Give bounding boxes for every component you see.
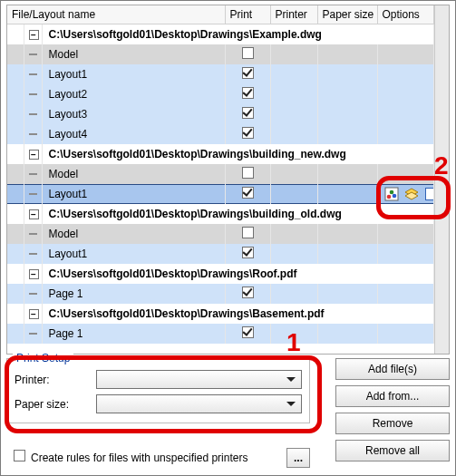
printer-cell[interactable] (270, 84, 317, 104)
printer-cell[interactable] (270, 244, 317, 264)
tree-branch-icon (29, 293, 37, 295)
print-setup-title: Print Setup (13, 352, 73, 364)
collapse-icon[interactable]: − (29, 309, 39, 319)
layout-row[interactable]: Model (7, 164, 434, 184)
printer-cell[interactable] (270, 324, 317, 344)
options-cell[interactable] (377, 224, 434, 244)
print-checkbox[interactable] (242, 127, 254, 139)
paper-cell[interactable] (317, 124, 377, 144)
layers-icon[interactable] (404, 187, 419, 201)
paper-cell[interactable] (317, 284, 377, 304)
printer-cell[interactable] (270, 184, 317, 204)
options-cell[interactable] (377, 184, 434, 204)
print-checkbox[interactable] (242, 47, 254, 59)
column-header-printer[interactable]: Printer (270, 5, 317, 24)
print-checkbox[interactable] (242, 247, 254, 258)
print-checkbox[interactable] (242, 187, 254, 199)
layout-row[interactable]: Layout1 (7, 244, 434, 264)
column-header-print[interactable]: Print (225, 5, 270, 24)
printer-cell[interactable] (270, 104, 317, 124)
layout-row[interactable]: Page 1 (7, 324, 434, 344)
paper-cell[interactable] (317, 184, 377, 204)
view-icon[interactable] (424, 187, 434, 201)
layout-name: Layout1 (47, 68, 88, 81)
vertical-scrollbar[interactable] (434, 5, 449, 354)
print-checkbox[interactable] (242, 167, 254, 179)
options-cell[interactable] (377, 44, 434, 64)
tree-branch-icon (29, 193, 37, 195)
layout-name: Page 1 (47, 327, 83, 340)
paper-cell[interactable] (317, 244, 377, 264)
paper-cell[interactable] (317, 64, 377, 84)
paper-cell[interactable] (317, 164, 377, 184)
tree-branch-icon (29, 93, 37, 95)
options-cell[interactable] (377, 324, 434, 344)
printer-cell[interactable] (270, 44, 317, 64)
layout-name: Model (47, 168, 79, 180)
svg-point-1 (386, 194, 391, 199)
paper-cell[interactable] (317, 224, 377, 244)
add-from-button[interactable]: Add from... (335, 385, 450, 407)
tree-branch-icon (29, 133, 37, 135)
plot-style-icon[interactable] (384, 187, 399, 201)
options-cell[interactable] (377, 124, 434, 144)
tree-branch-icon (29, 253, 37, 255)
layout-row[interactable]: Model (7, 44, 434, 64)
collapse-icon[interactable]: − (29, 269, 39, 279)
paper-cell[interactable] (317, 324, 377, 344)
print-checkbox[interactable] (242, 87, 254, 99)
print-checkbox[interactable] (242, 227, 254, 238)
file-path: C:\Users\softgold01\Desktop\Drawings\bui… (47, 148, 346, 160)
layout-row[interactable]: Model (7, 224, 434, 244)
paper-cell[interactable] (317, 44, 377, 64)
column-header-paper[interactable]: Paper size (317, 5, 377, 24)
layout-row[interactable]: Layout1 (7, 184, 434, 204)
options-cell[interactable] (377, 104, 434, 124)
layout-row[interactable]: Layout3 (7, 104, 434, 124)
file-row[interactable]: − C:\Users\softgold01\Desktop\Drawings\b… (7, 204, 434, 224)
options-cell[interactable] (377, 164, 434, 184)
layout-row[interactable]: Layout4 (7, 124, 434, 144)
rules-browse-button[interactable]: ... (286, 448, 310, 468)
file-row[interactable]: − C:\Users\softgold01\Desktop\Drawings\E… (7, 24, 434, 44)
file-row[interactable]: − C:\Users\softgold01\Desktop\Drawings\b… (7, 144, 434, 164)
column-header-options[interactable]: Options (377, 5, 434, 24)
paper-cell[interactable] (317, 104, 377, 124)
print-checkbox[interactable] (242, 326, 254, 338)
collapse-icon[interactable]: − (29, 209, 39, 219)
layout-row[interactable]: Layout1 (7, 64, 434, 84)
printer-combobox[interactable] (96, 370, 302, 389)
paper-size-combobox[interactable] (96, 394, 302, 413)
remove-all-button[interactable]: Remove all (335, 440, 450, 461)
options-cell[interactable] (377, 64, 434, 84)
print-checkbox[interactable] (242, 287, 254, 298)
print-checkbox[interactable] (242, 107, 254, 119)
rules-checkbox[interactable] (14, 450, 25, 461)
printer-cell[interactable] (270, 284, 317, 304)
layout-row[interactable]: Layout2 (7, 84, 434, 104)
printer-cell[interactable] (270, 164, 317, 184)
file-row[interactable]: − C:\Users\softgold01\Desktop\Drawings\B… (7, 304, 434, 324)
remove-button[interactable]: Remove (335, 413, 450, 434)
printer-cell[interactable] (270, 64, 317, 84)
tree-branch-icon (29, 73, 37, 75)
layout-table: File/Layout name Print Printer Paper siz… (6, 5, 450, 355)
options-cell[interactable] (377, 284, 434, 304)
printer-cell[interactable] (270, 124, 317, 144)
print-setup-group: Print Setup Printer: Paper size: (6, 358, 310, 423)
file-row[interactable]: − C:\Users\softgold01\Desktop\Drawings\R… (7, 264, 434, 284)
add-files-button[interactable]: Add file(s) (335, 358, 450, 380)
print-checkbox[interactable] (242, 67, 254, 79)
layout-row[interactable]: Page 1 (7, 284, 434, 304)
file-path: C:\Users\softgold01\Desktop\Drawings\Roo… (47, 267, 297, 280)
options-cell[interactable] (377, 244, 434, 264)
collapse-icon[interactable]: − (29, 150, 39, 160)
options-cell[interactable] (377, 84, 434, 104)
tree-branch-icon (29, 53, 37, 55)
paper-cell[interactable] (317, 84, 377, 104)
paper-size-label: Paper size: (15, 398, 87, 411)
printer-cell[interactable] (270, 224, 317, 244)
column-header-name[interactable]: File/Layout name (7, 5, 225, 24)
svg-point-3 (392, 193, 396, 198)
collapse-icon[interactable]: − (29, 30, 39, 40)
